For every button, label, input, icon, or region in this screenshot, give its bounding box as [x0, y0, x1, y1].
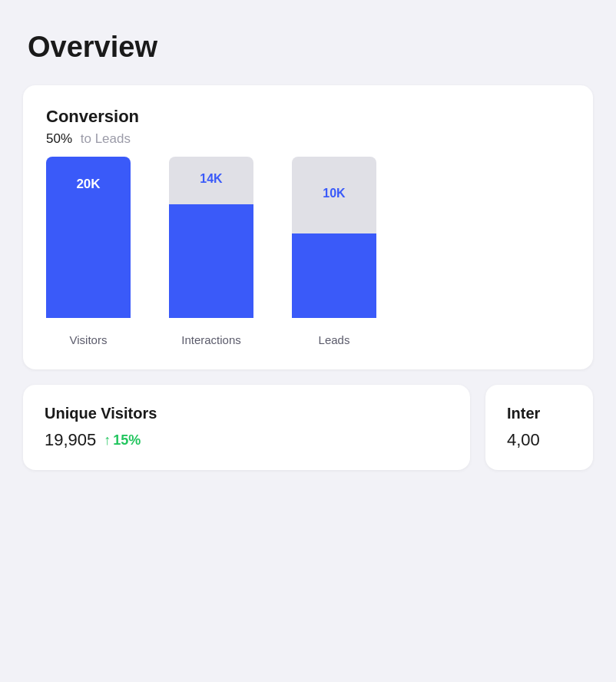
bar-above-interactions: 14K	[169, 157, 253, 204]
bar-wrapper-leads: 10K	[292, 157, 376, 318]
bar-value-visitors: 20K	[76, 167, 100, 192]
arrow-up-icon: ↑	[104, 432, 111, 449]
unique-visitors-title: Unique Visitors	[45, 405, 449, 422]
bar-bg-interactions: 14K	[169, 157, 253, 318]
bottom-row: Unique Visitors 19,905 ↑ 15% Inter 4,00	[23, 385, 593, 470]
interactions-partial-title: Inter	[507, 405, 571, 422]
bar-value-interactions: 14K	[200, 172, 222, 186]
bar-wrapper-interactions: 14K	[169, 157, 253, 318]
bar-group-leads: 10K Leads	[292, 157, 376, 346]
bar-bg-visitors: 20K	[46, 157, 131, 318]
unique-visitors-value-row: 19,905 ↑ 15%	[45, 430, 449, 450]
bar-fill-visitors: 20K	[46, 157, 131, 318]
conversion-subtitle: 50% to Leads	[46, 131, 570, 147]
bar-group-visitors: 20K Visitors	[46, 157, 131, 346]
interactions-partial-value: 4,00	[507, 430, 571, 450]
bar-fill-interactions	[169, 204, 253, 318]
bar-group-interactions: 14K Interactions	[169, 157, 253, 346]
unique-visitors-trend-value: 15%	[113, 432, 141, 449]
conversion-pct: 50%	[46, 131, 72, 146]
bar-value-leads: 10K	[323, 187, 345, 200]
bar-axis-interactions: Interactions	[181, 333, 241, 346]
page-title: Overview	[28, 31, 593, 64]
bar-bg-leads: 10K	[292, 157, 376, 318]
bar-axis-visitors: Visitors	[70, 333, 108, 346]
conversion-card: Conversion 50% to Leads 20K Visitors	[23, 85, 593, 369]
bar-wrapper-visitors: 20K	[46, 157, 131, 318]
bar-fill-leads	[292, 233, 376, 318]
conversion-chart: 20K Visitors 14K Interactions	[46, 170, 570, 346]
conversion-subtitle-text: to Leads	[81, 131, 131, 146]
unique-visitors-card: Unique Visitors 19,905 ↑ 15%	[23, 385, 470, 470]
unique-visitors-number: 19,905	[45, 430, 96, 450]
bar-axis-leads: Leads	[319, 333, 350, 346]
interactions-partial-card: Inter 4,00	[485, 385, 593, 470]
conversion-card-title: Conversion	[46, 107, 570, 127]
unique-visitors-trend: ↑ 15%	[104, 432, 141, 449]
bar-above-leads: 10K	[292, 157, 376, 233]
